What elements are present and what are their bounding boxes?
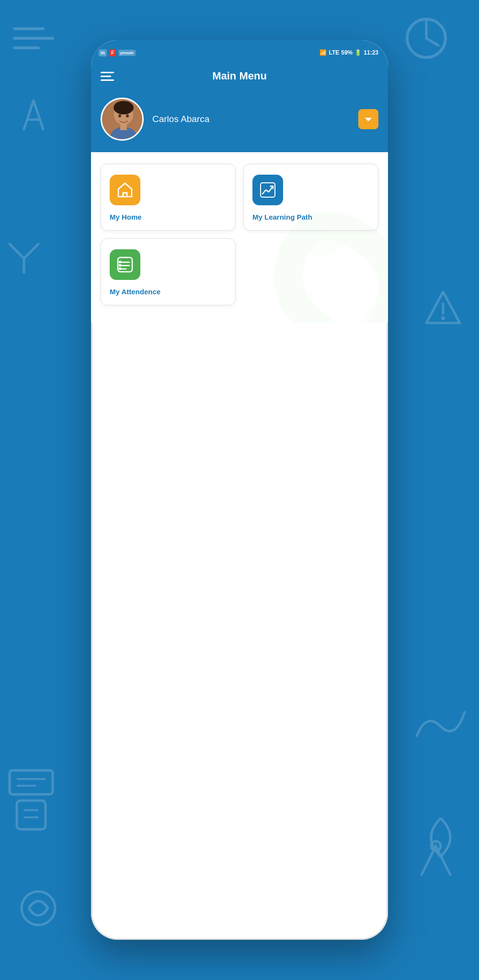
my-learning-path-card[interactable]: My Learning Path — [243, 164, 378, 231]
lte-label: LTE — [329, 49, 339, 56]
svg-rect-31 — [119, 261, 121, 263]
main-content: My Home My Learning Path — [91, 152, 388, 323]
svg-point-24 — [126, 114, 129, 118]
home-icon — [116, 181, 134, 199]
battery-icon: 🔋 — [354, 49, 362, 56]
hamburger-line-2 — [101, 76, 111, 77]
top-bar: Main Menu — [91, 65, 388, 152]
my-attendence-icon-bg — [110, 249, 140, 280]
chevron-down-icon — [360, 111, 377, 128]
svg-point-17 — [22, 891, 55, 925]
svg-line-5 — [426, 38, 438, 45]
app-icon-pinsafe: pinsafe — [118, 50, 136, 56]
my-home-card[interactable]: My Home — [101, 164, 236, 231]
avatar — [101, 98, 144, 141]
list-icon — [116, 256, 134, 273]
hamburger-line-3 — [101, 79, 114, 81]
svg-rect-26 — [261, 183, 275, 197]
svg-point-20 — [114, 101, 134, 114]
battery-percent: 59% — [341, 49, 353, 56]
svg-point-13 — [441, 316, 445, 320]
status-left: m F pinsafe — [99, 49, 136, 56]
svg-rect-7 — [17, 801, 46, 829]
my-learning-path-icon-bg — [252, 175, 283, 205]
chart-icon — [259, 181, 276, 199]
app-icon-f: F — [109, 49, 116, 56]
page-title: Main Menu — [212, 70, 267, 82]
svg-rect-32 — [119, 264, 121, 267]
svg-rect-33 — [119, 267, 121, 270]
my-attendence-label: My Attendence — [110, 288, 160, 296]
menu-grid-row1: My Home My Learning Path — [101, 164, 378, 231]
my-home-icon-bg — [110, 175, 140, 205]
svg-point-23 — [118, 114, 121, 118]
hamburger-menu-button[interactable] — [101, 72, 114, 81]
menu-grid-row2: My Attendence — [101, 238, 378, 305]
app-icon-m: m — [99, 49, 107, 56]
signal-icon: 📶 — [319, 49, 327, 56]
hamburger-line-1 — [101, 72, 114, 73]
time-display: 11:23 — [364, 49, 378, 56]
svg-rect-22 — [120, 123, 127, 130]
user-dropdown-button[interactable] — [358, 109, 378, 129]
title-row: Main Menu — [101, 70, 378, 82]
svg-rect-14 — [10, 770, 53, 794]
phone-shell: m F pinsafe 📶 LTE 59% 🔋 11:23 Main Menu — [91, 40, 388, 940]
user-name-label: Carlos Abarca — [152, 114, 350, 124]
my-home-label: My Home — [110, 213, 142, 222]
avatar-image — [102, 99, 144, 141]
my-learning-path-label: My Learning Path — [252, 213, 312, 222]
status-bar: m F pinsafe 📶 LTE 59% 🔋 11:23 — [91, 40, 388, 65]
my-attendence-card[interactable]: My Attendence — [101, 238, 236, 305]
svg-rect-25 — [123, 193, 127, 197]
user-profile-row: Carlos Abarca — [101, 94, 378, 143]
status-right: 📶 LTE 59% 🔋 11:23 — [319, 49, 378, 56]
